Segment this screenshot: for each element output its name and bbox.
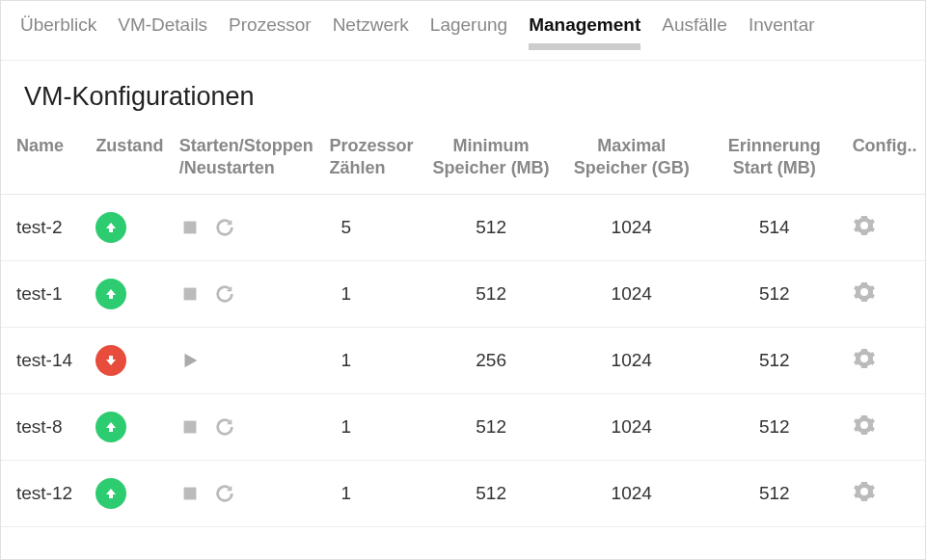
max-memory: 1024: [558, 195, 704, 261]
stop-icon[interactable]: [179, 483, 201, 504]
col-max: Maximal Speicher (GB): [558, 125, 704, 195]
stop-icon[interactable]: [179, 416, 201, 438]
gear-icon[interactable]: [853, 214, 876, 237]
config-cell: [845, 394, 925, 461]
vm-state: [88, 195, 171, 261]
table-row: test-255121024514: [1, 195, 925, 261]
tab-netzwerk[interactable]: Netzwerk: [333, 14, 409, 50]
col-config: Config..: [845, 125, 925, 195]
svg-rect-3: [183, 488, 196, 500]
min-memory: 512: [423, 394, 559, 461]
col-state: Zustand: [88, 125, 171, 195]
cpu-count: 1: [321, 394, 422, 461]
max-memory: 1024: [558, 328, 704, 394]
gear-icon[interactable]: [853, 347, 876, 370]
svg-rect-2: [183, 421, 196, 434]
page-title: VM-Konfigurationen: [1, 61, 925, 125]
vm-name: test-2: [1, 195, 88, 261]
vm-table: Name Zustand Starten/Stoppen/Neustarten …: [1, 125, 925, 527]
stop-icon[interactable]: [179, 283, 201, 305]
start-memory: 514: [704, 195, 845, 261]
vm-name: test-12: [1, 461, 88, 527]
tab-lagerung[interactable]: Lagerung: [430, 14, 507, 50]
table-row: test-815121024512: [1, 394, 925, 461]
cpu-count: 1: [321, 261, 422, 328]
restart-icon[interactable]: [214, 283, 235, 305]
min-memory: 512: [423, 195, 559, 261]
stop-icon[interactable]: [179, 217, 201, 238]
restart-icon[interactable]: [214, 483, 235, 504]
vm-state: [88, 394, 171, 461]
play-icon[interactable]: [179, 350, 201, 371]
start-memory: 512: [704, 461, 845, 527]
arrow-up-icon: [95, 212, 126, 243]
tab-ausfälle[interactable]: Ausfälle: [662, 14, 727, 50]
vm-name: test-14: [1, 328, 88, 394]
tab-vm-details[interactable]: VM-Details: [118, 14, 207, 50]
max-memory: 1024: [558, 394, 704, 461]
gear-icon[interactable]: [853, 480, 876, 503]
vm-state: [88, 328, 171, 394]
start-memory: 512: [704, 261, 845, 328]
min-memory: 512: [423, 461, 559, 527]
tab-überblick[interactable]: Überblick: [20, 14, 96, 50]
vm-state: [88, 261, 171, 328]
config-cell: [845, 461, 925, 527]
arrow-up-icon: [95, 279, 126, 309]
start-memory: 512: [704, 328, 845, 394]
gear-icon[interactable]: [853, 280, 876, 304]
vm-name: test-8: [1, 394, 88, 461]
cpu-count: 5: [321, 195, 422, 261]
col-cpu: ProzessorZählen: [321, 125, 422, 195]
tab-prozessor[interactable]: Prozessor: [229, 14, 312, 50]
col-min: Minimum Speicher (MB): [423, 125, 559, 195]
vm-state: [88, 461, 171, 527]
vm-actions: [172, 261, 322, 328]
vm-name: test-1: [1, 261, 88, 328]
max-memory: 1024: [558, 261, 704, 328]
vm-actions: [172, 461, 322, 527]
tabs: ÜberblickVM-DetailsProzessorNetzwerkLage…: [1, 1, 925, 61]
arrow-up-icon: [95, 412, 126, 442]
col-name: Name: [1, 125, 88, 195]
restart-icon[interactable]: [214, 416, 235, 438]
col-start: Erinnerung Start (MB): [704, 125, 845, 195]
table-row: test-115121024512: [1, 261, 925, 328]
col-actions: Starten/Stoppen/Neustarten: [172, 125, 322, 195]
tab-inventar[interactable]: Inventar: [749, 14, 815, 50]
min-memory: 256: [423, 328, 559, 394]
tab-management[interactable]: Management: [529, 14, 640, 50]
max-memory: 1024: [558, 461, 704, 527]
table-row: test-1412561024512: [1, 328, 925, 394]
restart-icon[interactable]: [214, 217, 235, 238]
cpu-count: 1: [321, 461, 422, 527]
gear-icon[interactable]: [853, 413, 876, 437]
config-cell: [845, 328, 925, 394]
cpu-count: 1: [321, 328, 422, 394]
vm-actions: [172, 195, 322, 261]
arrow-down-icon: [95, 345, 126, 376]
table-row: test-1215121024512: [1, 461, 925, 527]
svg-rect-1: [183, 288, 196, 301]
arrow-up-icon: [95, 478, 126, 509]
vm-actions: [172, 328, 322, 394]
config-cell: [845, 261, 925, 328]
vm-actions: [172, 394, 322, 461]
config-cell: [845, 195, 925, 261]
start-memory: 512: [704, 394, 845, 461]
svg-rect-0: [183, 222, 196, 234]
min-memory: 512: [423, 261, 559, 328]
